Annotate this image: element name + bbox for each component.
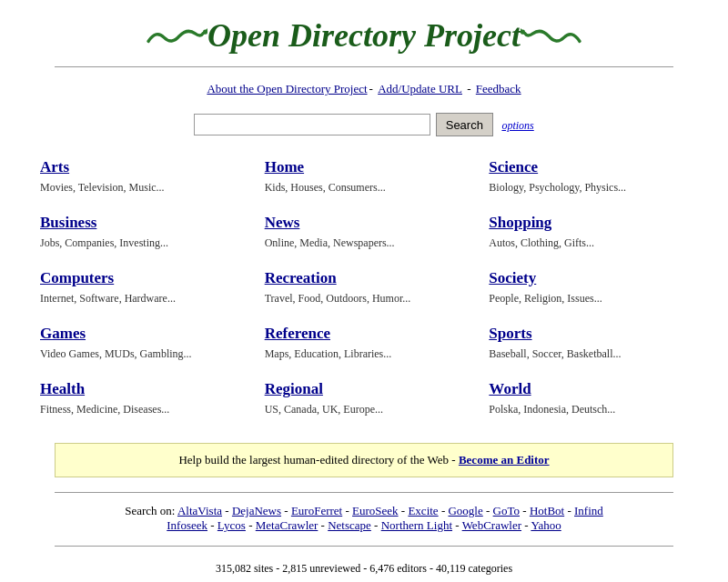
category-links-news: Online, Media, Newspapers... [265,235,464,251]
category-cell-regional: Regional US, Canada, UK, Europe... [252,373,477,428]
engine-link-infind[interactable]: Infind [574,504,603,517]
engine-link-euroferret[interactable]: EuroFerret [291,504,342,517]
engine-link-netscape[interactable]: Netscape [328,518,371,532]
header-divider [55,66,673,67]
category-cell-reference: Reference Maps, Education, Libraries... [252,317,477,373]
category-links-reference: Maps, Education, Libraries... [265,346,464,362]
category-title-recreation[interactable]: Recreation [265,269,464,287]
category-cell-health: Health Fitness, Medicine, Diseases... [27,373,252,428]
category-cell-sports: Sports Baseball, Soccer, Basketball... [476,317,701,373]
nav-links: About the Open Directory Project- Add/Up… [18,75,710,104]
engine-link-hotbot[interactable]: HotBot [530,504,564,517]
category-title-arts[interactable]: Arts [40,158,239,176]
category-title-business[interactable]: Business [40,214,239,232]
bottom-divider [55,492,673,493]
site-title: Open Directory Project [207,16,521,55]
category-cell-society: Society People, Religion, Issues... [476,262,701,317]
engine-link-euroseek[interactable]: EuroSeek [352,504,399,517]
category-links-home: Kids, Houses, Consumers... [265,179,464,196]
become-editor-link[interactable]: Become an Editor [459,453,550,467]
category-links-science: Biology, Psychology, Physics... [489,179,688,196]
category-title-world[interactable]: World [489,380,688,398]
bottom-divider2 [55,546,673,547]
category-links-business: Jobs, Companies, Investing... [40,235,239,251]
category-title-reference[interactable]: Reference [265,325,464,343]
add-url-link[interactable]: Add/Update URL [378,82,462,95]
search-on-section: Search on: AltaVista - DejaNews - EuroFe… [18,500,710,540]
category-cell-science: Science Biology, Psychology, Physics... [476,151,701,206]
engine-link-goto[interactable]: GoTo [493,504,520,517]
category-links-regional: US, Canada, UK, Europe... [265,401,464,417]
category-cell-home: Home Kids, Houses, Consumers... [252,151,477,206]
category-title-home[interactable]: Home [265,158,464,176]
category-cell-shopping: Shopping Autos, Clothing, Gifts... [476,206,701,262]
category-links-society: People, Religion, Issues... [489,290,688,306]
category-title-sports[interactable]: Sports [489,325,688,343]
snake-right-icon [521,22,584,49]
category-title-shopping[interactable]: Shopping [489,214,688,232]
engine-link-altavista[interactable]: AltaVista [177,504,222,517]
category-title-health[interactable]: Health [40,380,239,398]
banner-text: Help build the largest human-edited dire… [178,453,455,467]
category-links-shopping: Autos, Clothing, Gifts... [489,235,688,251]
category-title-regional[interactable]: Regional [265,380,464,398]
engine-link-northernlight[interactable]: Northern Light [381,518,452,532]
search-options-link[interactable]: options [501,119,533,132]
category-links-sports: Baseball, Soccer, Basketball... [489,346,688,362]
category-cell-business: Business Jobs, Companies, Investing... [27,206,252,262]
category-links-health: Fitness, Medicine, Diseases... [40,401,239,417]
category-links-world: Polska, Indonesia, Deutsch... [489,401,688,417]
category-cell-recreation: Recreation Travel, Food, Outdoors, Humor… [252,262,477,317]
categories-grid: Arts Movies, Television, Music... Home K… [18,151,710,428]
engine-link-yahoo[interactable]: Yahoo [531,518,561,532]
engine-link-excite[interactable]: Excite [408,504,438,517]
category-links-games: Video Games, MUDs, Gambling... [40,346,239,362]
stats-line2: Last update: 1:38:58 PDT, Monday, Januar… [18,579,710,582]
category-title-games[interactable]: Games [40,325,239,343]
stats-section: 315,082 sites - 2,815 unreviewed - 6,476… [18,552,710,582]
search-button[interactable]: Search [436,113,493,136]
stats-line1: 315,082 sites - 2,815 unreviewed - 6,476… [18,559,710,579]
logo-area: Open Directory Project [18,9,710,55]
snake-left-icon [144,22,207,49]
engine-link-webcrawler[interactable]: WebCrawler [462,518,521,532]
category-links-computers: Internet, Software, Hardware... [40,290,239,306]
search-input[interactable] [194,114,430,135]
category-cell-games: Games Video Games, MUDs, Gambling... [27,317,252,373]
editor-banner: Help build the largest human-edited dire… [55,443,673,477]
category-links-recreation: Travel, Food, Outdoors, Humor... [265,290,464,306]
category-title-news[interactable]: News [265,214,464,232]
engine-link-google[interactable]: Google [448,504,482,517]
search-bar: Search options [18,104,710,151]
category-cell-news: News Online, Media, Newspapers... [252,206,477,262]
category-title-computers[interactable]: Computers [40,269,239,287]
engine-link-dejanews[interactable]: DejaNews [232,504,281,517]
category-title-society[interactable]: Society [489,269,688,287]
header: Open Directory Project [18,0,710,59]
engine-link-metacrawler[interactable]: MetaCrawler [256,518,318,532]
engine-link-lycos[interactable]: Lycos [217,518,246,532]
about-link[interactable]: About the Open Directory Project [207,82,367,95]
search-engines: AltaVista - DejaNews - EuroFerret - Euro… [167,504,603,532]
feedback-link[interactable]: Feedback [476,82,521,95]
category-cell-world: World Polska, Indonesia, Deutsch... [476,373,701,428]
category-cell-arts: Arts Movies, Television, Music... [27,151,252,206]
category-title-science[interactable]: Science [489,158,688,176]
category-links-arts: Movies, Television, Music... [40,179,239,196]
category-cell-computers: Computers Internet, Software, Hardware..… [27,262,252,317]
search-on-label: Search on: [125,504,175,517]
engine-link-infoseek[interactable]: Infoseek [167,518,207,532]
